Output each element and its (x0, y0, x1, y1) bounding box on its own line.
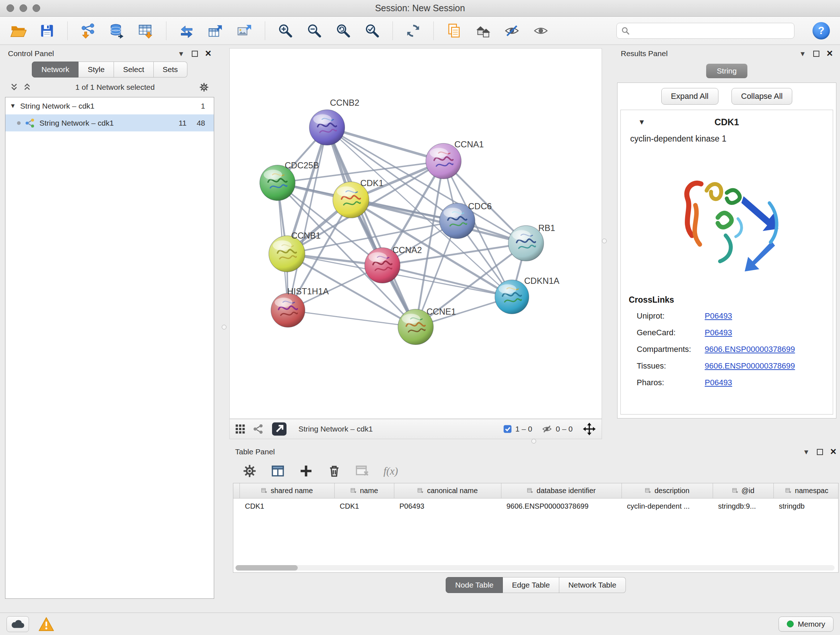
network-node-RB1[interactable]: RB1 (508, 223, 555, 261)
pan-crosshair-icon[interactable] (582, 422, 597, 436)
tab-edge-table[interactable]: Edge Table (503, 577, 559, 593)
column-header[interactable]: description (622, 483, 713, 499)
column-header[interactable]: canonical name (394, 483, 501, 499)
column-header[interactable]: name (335, 483, 394, 499)
show-all-button[interactable] (531, 20, 551, 41)
network-node-CCNB2[interactable]: CCNB2 (309, 98, 359, 145)
splitter-handle[interactable] (222, 325, 226, 329)
tab-style[interactable]: Style (79, 62, 114, 78)
string-tab-badge[interactable]: String (706, 64, 747, 78)
save-session-button[interactable] (37, 20, 57, 41)
collapse-panel-icon[interactable]: ▼ (803, 448, 810, 455)
network-node-CCNE1[interactable]: CCNE1 (398, 307, 456, 345)
uniprot-link[interactable]: P06493 (705, 311, 732, 321)
tab-network-table[interactable]: Network Table (559, 577, 626, 593)
delete-column-icon[interactable] (327, 464, 341, 478)
network-node-CCNA1[interactable]: CCNA1 (426, 139, 484, 179)
crosslink-label: Pharos: (637, 378, 705, 387)
collapse-panel-icon[interactable]: ▼ (799, 50, 806, 57)
close-window-button[interactable] (6, 4, 14, 12)
network-node-CCNA2[interactable]: CCNA2 (365, 245, 422, 283)
column-header[interactable]: database identifier (501, 483, 622, 499)
network-graph[interactable]: CCNB2CCNA1CDC25BCDK1CDC6RB1CCNB1CCNA2CDK… (230, 49, 602, 418)
import-table-button[interactable] (136, 20, 156, 41)
float-panel-icon[interactable] (817, 449, 823, 455)
hidden-eye-slash-icon[interactable] (542, 424, 553, 434)
pharos-link[interactable]: P06493 (705, 378, 732, 387)
close-panel-icon[interactable]: × (830, 448, 836, 456)
show-columns-icon[interactable] (271, 464, 285, 478)
network-type-button[interactable] (253, 424, 264, 434)
warning-icon[interactable] (38, 617, 54, 631)
add-column-icon[interactable] (299, 464, 313, 478)
compartments-link[interactable]: 9606.ENSP00000378699 (705, 345, 795, 354)
search-input-wrapper (616, 23, 794, 39)
memory-button[interactable]: Memory (778, 616, 834, 632)
protein-section-header[interactable]: ▼ CDK1 (628, 110, 826, 134)
collapse-panel-icon[interactable]: ▼ (178, 50, 185, 57)
cloud-button[interactable] (6, 616, 29, 632)
zoom-window-button[interactable] (33, 4, 40, 12)
export-image-button[interactable] (234, 20, 255, 41)
function-builder-button[interactable]: f(x) (384, 465, 398, 477)
column-header[interactable]: shared name (240, 483, 335, 499)
open-in-new-window-button[interactable] (271, 421, 287, 437)
hide-selected-button[interactable] (502, 20, 522, 41)
minimize-window-button[interactable] (19, 4, 27, 12)
new-network-button[interactable] (177, 20, 197, 41)
close-panel-icon[interactable]: × (205, 49, 211, 57)
houses-button[interactable] (473, 20, 493, 41)
collapse-all-button[interactable]: Collapse All (731, 88, 793, 105)
tab-select[interactable]: Select (114, 62, 153, 78)
import-network-file-button[interactable] (78, 20, 98, 41)
table-settings-gear-icon[interactable] (242, 464, 257, 478)
network-node-CDK1[interactable]: CDK1 (333, 178, 384, 218)
network-canvas[interactable]: CCNB2CCNA1CDC25BCDK1CDC6RB1CCNB1CCNA2CDK… (229, 48, 602, 419)
tab-node-table[interactable]: Node Table (446, 577, 503, 593)
column-header[interactable]: namespac (774, 483, 838, 499)
expand-all-icon[interactable] (23, 83, 31, 92)
tab-sets[interactable]: Sets (154, 62, 187, 78)
network-collection-row[interactable]: ▼ String Network – cdk1 1 (5, 97, 214, 114)
collapse-all-icon[interactable] (10, 83, 18, 92)
selected-checkbox-icon[interactable] (503, 424, 512, 434)
genecard-link[interactable]: P06493 (705, 328, 732, 337)
zoom-out-button[interactable] (304, 20, 325, 41)
toolbar-separator (67, 21, 68, 40)
column-header[interactable]: @id (713, 483, 774, 499)
export-table-button[interactable] (205, 20, 226, 41)
import-network-database-button[interactable] (107, 20, 127, 41)
open-session-button[interactable] (8, 20, 28, 41)
splitter-handle[interactable] (531, 439, 536, 443)
expand-all-button[interactable]: Expand All (661, 88, 718, 105)
cloud-icon (10, 619, 25, 630)
network-node-HIST1H1A[interactable]: HIST1H1A (271, 287, 329, 327)
tab-network[interactable]: Network (32, 62, 79, 78)
help-button[interactable]: ? (813, 22, 830, 40)
table-row[interactable]: CDK1 CDK1 P06493 9606.ENSP00000378699 cy… (233, 499, 838, 514)
apply-layout-button[interactable] (403, 20, 423, 41)
horizontal-scrollbar[interactable] (235, 565, 835, 570)
search-input[interactable] (633, 27, 790, 35)
gear-icon[interactable] (199, 82, 209, 92)
disclosure-triangle-icon[interactable]: ▼ (10, 103, 16, 110)
splitter-handle[interactable] (602, 239, 607, 243)
float-panel-icon[interactable] (813, 51, 819, 57)
tissues-link[interactable]: 9606.ENSP00000378699 (705, 361, 795, 371)
disclosure-triangle-icon[interactable]: ▼ (638, 118, 645, 126)
network-node-CDKN1A[interactable]: CDKN1A (495, 276, 559, 314)
birdseye-view-button[interactable] (235, 424, 246, 434)
network-row[interactable]: String Network – cdk1 11 48 (5, 114, 214, 131)
crosslink-row: Compartments: 9606.ENSP00000378699 (628, 341, 826, 358)
toolbar-separator (166, 21, 166, 40)
zoom-selected-icon (364, 22, 381, 39)
node-label: CCNB2 (330, 98, 359, 108)
float-panel-icon[interactable] (192, 51, 198, 57)
scrollbar-thumb[interactable] (235, 565, 298, 570)
close-panel-icon[interactable]: × (827, 49, 833, 57)
network-share-icon (25, 118, 35, 128)
zoom-selected-button[interactable] (362, 20, 382, 41)
copy-document-button[interactable] (444, 20, 464, 41)
zoom-fit-button[interactable] (333, 20, 354, 41)
zoom-in-button[interactable] (275, 20, 295, 41)
